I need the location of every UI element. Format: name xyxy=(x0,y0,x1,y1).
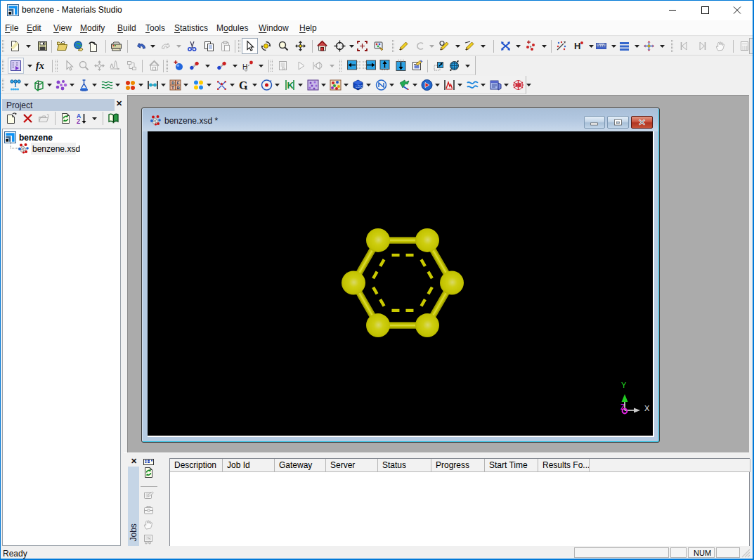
svg-text:X: X xyxy=(644,404,650,412)
svg-text:Z: Z xyxy=(77,118,80,124)
svg-text:fx: fx xyxy=(36,60,44,71)
svg-text:LDO: LDO xyxy=(356,84,363,89)
svg-text:T: T xyxy=(171,86,174,90)
svg-text:K: K xyxy=(287,80,294,91)
svg-text:F: F xyxy=(177,81,180,85)
svg-text:Y: Y xyxy=(621,381,627,389)
svg-text:z: z xyxy=(245,86,247,91)
svg-text:D: D xyxy=(171,81,175,85)
svg-text:B: B xyxy=(177,86,181,90)
svg-text:H: H xyxy=(574,41,580,51)
